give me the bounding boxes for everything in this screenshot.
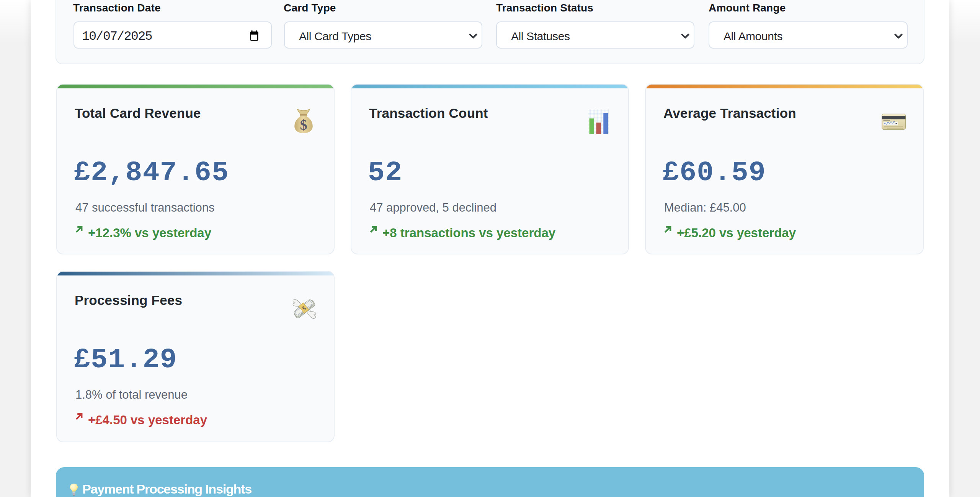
svg-text:$: $ bbox=[300, 117, 307, 133]
